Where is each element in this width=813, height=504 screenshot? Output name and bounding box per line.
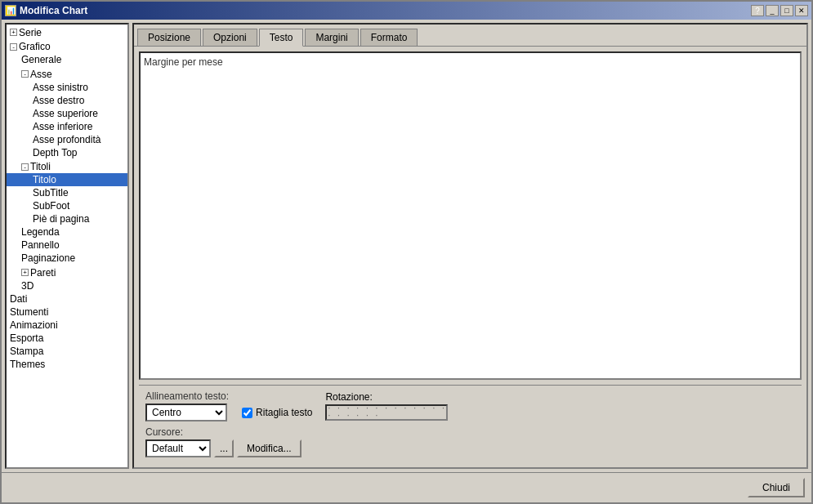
alignment-select[interactable]: Centro Sinistra Destra — [145, 404, 227, 421]
tree-label-animazioni: Animazioni — [10, 319, 58, 331]
alignment-label: Allineamento testo: — [145, 390, 229, 402]
tab-testo[interactable]: Testo — [259, 29, 304, 47]
tab-posizione[interactable]: Posizione — [137, 29, 201, 47]
tree-label-subtitle: SubTitle — [33, 187, 69, 198]
tree-item-titoli[interactable]: -Titoli — [7, 159, 127, 174]
tree-item-subfoot[interactable]: SubFoot — [7, 199, 127, 212]
tree-label-asse-destro: Asse destro — [33, 95, 84, 106]
tree-item-serie[interactable]: +Serie — [7, 25, 127, 39]
tree-item-pannello[interactable]: Pannello — [7, 239, 127, 252]
tree-expander-pareti[interactable]: + — [21, 269, 29, 276]
slider-track: · · · · · · · · · · · · · · · · · · · — [327, 405, 446, 420]
help-button[interactable]: ? — [751, 5, 764, 16]
tree-item-depth-top[interactable]: Depth Top — [7, 146, 127, 159]
tree-label-legenda: Legenda — [21, 226, 60, 238]
checkbox-label: Ritaglia testo — [256, 407, 312, 418]
tree-label-stumenti: Stumenti — [10, 306, 48, 318]
tree-label-pareti: +Pareti — [21, 267, 56, 279]
tree-item-3d[interactable]: 3D — [7, 279, 127, 292]
content-label: Margine per mese — [144, 56, 223, 68]
tree-item-asse-sinistro[interactable]: Asse sinistro — [7, 81, 127, 94]
footer: Chiudi — [2, 472, 811, 502]
tree-item-generale[interactable]: Generale — [7, 53, 127, 66]
tree-item-paginazione[interactable]: Paginazione — [7, 252, 127, 265]
maximize-button[interactable]: □ — [780, 5, 793, 16]
tree-item-grafico[interactable]: -Grafico — [7, 39, 127, 54]
title-bar-left: 📊 Modifica Chart — [5, 5, 87, 16]
controls-row-1: Allineamento testo: Centro Sinistra Dest… — [145, 390, 795, 421]
title-bar: 📊 Modifica Chart ? _ □ ✕ — [2, 2, 811, 20]
ritaglia-checkbox[interactable] — [242, 408, 252, 418]
tree-item-stumenti[interactable]: Stumenti — [7, 306, 127, 319]
tree-label-subfoot: SubFoot — [33, 200, 69, 212]
checkbox-group: Ritaglia testo — [242, 394, 312, 418]
checkbox-row: Ritaglia testo — [242, 407, 312, 418]
main-content: +Serie-GraficoGenerale-AsseAsse sinistro… — [2, 20, 811, 472]
cursor-label: Cursore: — [145, 426, 302, 438]
tree-label-titoli: -Titoli — [21, 161, 51, 172]
tab-margini[interactable]: Margini — [305, 29, 358, 47]
tree-item-pareti[interactable]: +Pareti — [7, 265, 127, 279]
minimize-button[interactable]: _ — [766, 5, 779, 16]
tree-item-animazioni[interactable]: Animazioni — [7, 319, 127, 332]
tab-formato[interactable]: Formato — [360, 29, 418, 47]
tree-item-asse-superiore[interactable]: Asse superiore — [7, 107, 127, 120]
alignment-group: Allineamento testo: Centro Sinistra Dest… — [145, 390, 229, 421]
tabs-bar: PosizioneOpzioniTestoMarginiFormato — [134, 25, 806, 47]
tree-label-serie: +Serie — [10, 27, 42, 38]
title-buttons: ? _ □ ✕ — [751, 5, 808, 16]
tree-label-dati: Dati — [10, 293, 27, 305]
tree-item-dati[interactable]: Dati — [7, 292, 127, 306]
main-window: 📊 Modifica Chart ? _ □ ✕ +Serie-GraficoG… — [0, 0, 813, 504]
tree-label-asse-sinistro: Asse sinistro — [33, 82, 88, 93]
tree-item-subtitle[interactable]: SubTitle — [7, 186, 127, 199]
window-title: Modifica Chart — [20, 5, 87, 16]
tree-label-grafico: -Grafico — [10, 41, 51, 52]
tree-expander-asse[interactable]: - — [21, 70, 29, 78]
tree-item-stampa[interactable]: Stampa — [7, 345, 127, 358]
tree-label-3d: 3D — [21, 280, 34, 292]
tree-label-asse-superiore: Asse superiore — [33, 108, 98, 119]
tree-expander-titoli[interactable]: - — [21, 163, 29, 171]
rotation-label: Rotazione: — [325, 391, 448, 403]
tree-item-pie-pagina[interactable]: Piè di pagina — [7, 212, 127, 225]
close-button[interactable]: ✕ — [795, 5, 808, 16]
tree-expander-serie[interactable]: + — [10, 29, 17, 36]
tree-item-themes[interactable]: Themes — [7, 358, 127, 371]
tree-item-asse-destro[interactable]: Asse destro — [7, 94, 127, 107]
window-icon: 📊 — [5, 5, 16, 16]
tree-expander-grafico[interactable]: - — [10, 43, 17, 51]
controls-row-2: Cursore: Default Pointer Text ... Modifi… — [145, 426, 795, 457]
tree-item-legenda[interactable]: Legenda — [7, 225, 127, 239]
tree-panel[interactable]: +Serie-GraficoGenerale-AsseAsse sinistro… — [5, 23, 129, 469]
tree-label-stampa: Stampa — [10, 346, 43, 357]
tree-label-paginazione: Paginazione — [21, 252, 75, 264]
ellipsis-button[interactable]: ... — [214, 439, 234, 457]
tree-item-asse-inferiore[interactable]: Asse inferiore — [7, 120, 127, 133]
rotation-area: Rotazione: · · · · · · · · · · · · · · ·… — [325, 391, 448, 421]
tree-item-asse[interactable]: -Asse — [7, 66, 127, 81]
tree-label-esporta: Esporta — [10, 332, 43, 344]
modifica-button[interactable]: Modifica... — [237, 439, 302, 457]
tree-label-asse: -Asse — [21, 69, 52, 80]
close-footer-button[interactable]: Chiudi — [748, 478, 805, 497]
right-panel: PosizioneOpzioniTestoMarginiFormato Marg… — [132, 23, 808, 469]
tree-label-asse-profondita: Asse profondità — [33, 134, 101, 145]
alignment-select-row: Centro Sinistra Destra — [145, 404, 229, 421]
tree-item-esporta[interactable]: Esporta — [7, 332, 127, 345]
tree-label-asse-inferiore: Asse inferiore — [33, 121, 92, 132]
tree-item-titolo[interactable]: Titolo — [7, 173, 127, 186]
rotation-slider[interactable]: · · · · · · · · · · · · · · · · · · · — [325, 404, 448, 421]
cursor-select-row: Default Pointer Text ... Modifica... — [145, 439, 302, 457]
tree-item-asse-profondita[interactable]: Asse profondità — [7, 133, 127, 146]
tab-opzioni[interactable]: Opzioni — [203, 29, 257, 47]
bottom-controls: Allineamento testo: Centro Sinistra Dest… — [139, 385, 802, 462]
content-area: Margine per mese — [139, 51, 802, 380]
tree-label-depth-top: Depth Top — [33, 147, 78, 158]
tree-label-titolo: Titolo — [33, 174, 56, 185]
tree-label-pannello: Pannello — [21, 239, 60, 251]
tab-content: Margine per mese Allineamento testo: Cen… — [134, 47, 806, 467]
tree-label-pie-pagina: Piè di pagina — [33, 213, 89, 225]
cursor-select[interactable]: Default Pointer Text — [145, 439, 211, 457]
cursor-group: Cursore: Default Pointer Text ... Modifi… — [145, 426, 302, 457]
